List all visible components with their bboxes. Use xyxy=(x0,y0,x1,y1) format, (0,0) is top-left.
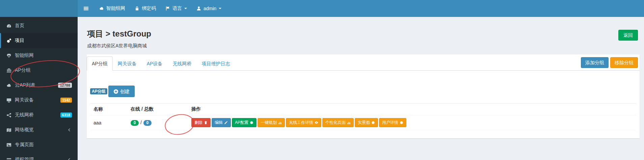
sidebar-item-home[interactable]: 首页 xyxy=(0,18,78,33)
desktop-icon xyxy=(6,98,12,103)
count-badge: 6318 xyxy=(60,113,72,118)
actions-cell: 删除 编辑 AP配置 xyxy=(188,115,636,130)
ap-config-button[interactable]: AP配置 xyxy=(232,118,257,127)
sidebar-item-label: 项目 xyxy=(15,38,24,44)
personalized-page-button[interactable]: 个性化页面 xyxy=(322,118,354,127)
cloud-icon xyxy=(99,6,104,11)
create-toolbar: AP分组 创建 xyxy=(90,86,636,97)
sidebar-item-ap-group[interactable]: AP分组 xyxy=(0,63,78,78)
share-icon xyxy=(6,113,12,118)
sidebar-item-label: 无线网桥 xyxy=(15,112,34,118)
credit-card-icon xyxy=(6,157,12,160)
sidebar-item-label: AP分组 xyxy=(15,67,31,73)
tab-actions: 添加分组 移除分组 xyxy=(581,57,638,68)
sidebar-item-gateway-devices[interactable]: 网关设备 1142 xyxy=(0,93,78,108)
caret-down-icon xyxy=(184,8,187,10)
angle-left-icon xyxy=(68,158,71,160)
create-button[interactable]: 创建 xyxy=(108,86,135,97)
delete-button[interactable]: 删除 xyxy=(191,118,211,127)
gear-icon xyxy=(371,121,375,124)
chart-icon xyxy=(347,121,351,124)
create-button-label: 创建 xyxy=(120,88,130,94)
sidebar-item-wireless-bridge[interactable]: 无线网桥 6318 xyxy=(0,108,78,122)
sidebar-toggle-button[interactable] xyxy=(78,0,95,17)
cloud-icon xyxy=(6,83,12,88)
sidebar-item-auth-management[interactable]: 授权管理 xyxy=(0,152,78,160)
page-title: 项目 > testGroup xyxy=(87,28,639,39)
angle-left-icon xyxy=(68,128,71,132)
chart-icon xyxy=(278,121,282,124)
flag-icon xyxy=(165,6,170,11)
sidebar-item-project[interactable]: 项目 xyxy=(0,33,78,48)
back-button[interactable]: 返回 xyxy=(618,30,638,41)
hamburger-icon xyxy=(83,6,89,11)
tab-panel: AP分组 网关设备 AP设备 无线网桥 项目维护日志 添加分组 移除分组 AP分… xyxy=(87,54,640,138)
sidebar-item-label: 网关设备 xyxy=(15,97,34,103)
sidebar-item-network-overview[interactable]: 网络概览 xyxy=(0,122,78,137)
nav-item-user[interactable]: admin xyxy=(192,0,226,17)
nav-item-label: 语言 xyxy=(172,5,182,12)
table-header-row: 名称 在线 / 总数 操作 xyxy=(90,104,636,115)
gear-icon xyxy=(400,121,403,124)
eye-icon xyxy=(315,121,318,124)
tab-content: AP分组 创建 名称 在线 / 总数 操作 aaa xyxy=(87,71,640,138)
tabs: AP分组 网关设备 AP设备 无线网桥 项目维护日志 xyxy=(87,56,640,71)
ap-group-table: 名称 在线 / 总数 操作 aaa 0/0 xyxy=(90,103,636,130)
dashboard-icon xyxy=(6,23,12,28)
sidebar-menu: 首页 项目 智能组网 AP分组 云AP列表 12788 网关设备 1142 无线… xyxy=(0,17,78,160)
tabs-bar: AP分组 网关设备 AP设备 无线网桥 项目维护日志 添加分组 移除分组 xyxy=(87,54,640,71)
tab-ap-group[interactable]: AP分组 xyxy=(87,56,113,71)
nav-item-label: 智能组网 xyxy=(106,5,125,12)
count-separator: / xyxy=(140,120,142,125)
gem-icon xyxy=(6,53,12,58)
count-badge: 12788 xyxy=(58,83,72,88)
plus-circle-icon xyxy=(113,89,118,94)
pencil-icon xyxy=(224,121,228,124)
trash-icon xyxy=(204,121,208,124)
column-header-name: 名称 xyxy=(90,104,127,115)
nav-item-binding-code[interactable]: 绑定码 xyxy=(130,0,161,17)
sidebar-item-cloud-ap-list[interactable]: 云AP列表 12788 xyxy=(0,78,78,93)
online-total-cell: 0/0 xyxy=(127,115,188,130)
navbar-right-menu: 智能组网 绑定码 语言 admin xyxy=(95,0,228,17)
navbar: 智能组网 绑定码 语言 admin xyxy=(78,0,644,17)
remove-group-button[interactable]: 移除分组 xyxy=(610,57,638,68)
sidebar-item-label: 智能组网 xyxy=(15,52,34,59)
tab-gateway-devices[interactable]: 网关设备 xyxy=(113,56,142,71)
real-scene-image-button[interactable]: 实景图 xyxy=(355,118,378,127)
total-count-badge: 0 xyxy=(143,120,152,126)
sidebar-item-label: 网络概览 xyxy=(15,127,34,133)
wireless-work-detail-button[interactable]: 无线工作详情 xyxy=(286,118,321,127)
sidebar-item-dedicated-page[interactable]: 专属页面 xyxy=(0,137,78,152)
nav-item-smart-network[interactable]: 智能组网 xyxy=(95,0,130,17)
add-group-button[interactable]: 添加分组 xyxy=(581,57,609,68)
image-icon xyxy=(6,142,12,147)
edit-button[interactable]: 编辑 xyxy=(212,118,231,127)
content-header: 项目 > testGroup 成都市武侯区A世界电脑商城 返回 xyxy=(78,17,644,49)
caret-down-icon xyxy=(219,8,221,10)
nav-item-label: 绑定码 xyxy=(142,5,156,12)
sidebar-item-smart-network[interactable]: 智能组网 xyxy=(0,48,78,63)
gear-icon xyxy=(250,121,253,124)
bank-icon xyxy=(6,68,12,73)
content-area: 项目 > testGroup 成都市武侯区A世界电脑商城 返回 AP分组 网关设… xyxy=(78,17,644,160)
group-type-badge: AP分组 xyxy=(90,88,107,94)
tab-project-maintenance-log[interactable]: 项目维护日志 xyxy=(196,56,235,71)
gears-icon xyxy=(6,38,12,43)
column-header-online-total: 在线 / 总数 xyxy=(127,104,188,115)
tab-wireless-bridge[interactable]: 无线网桥 xyxy=(167,56,196,71)
row-actions: 删除 编辑 AP配置 xyxy=(191,118,633,127)
nav-item-language[interactable]: 语言 xyxy=(161,0,192,17)
one-key-plan-button[interactable]: 一键规划 xyxy=(258,118,285,127)
online-count-badge: 0 xyxy=(131,120,139,126)
lock-icon xyxy=(135,6,139,11)
sidebar-item-label: 专属页面 xyxy=(15,142,34,148)
user-detail-button[interactable]: 用户详情 xyxy=(379,118,406,127)
table-row: aaa 0/0 删除 编辑 xyxy=(90,115,636,130)
sidebar: 首页 项目 智能组网 AP分组 云AP列表 12788 网关设备 1142 无线… xyxy=(0,17,78,160)
column-header-actions: 操作 xyxy=(188,104,636,115)
nav-item-label: admin xyxy=(204,6,216,11)
map-icon xyxy=(6,128,12,133)
tab-ap-devices[interactable]: AP设备 xyxy=(142,56,168,71)
sidebar-item-label: 首页 xyxy=(15,23,24,29)
